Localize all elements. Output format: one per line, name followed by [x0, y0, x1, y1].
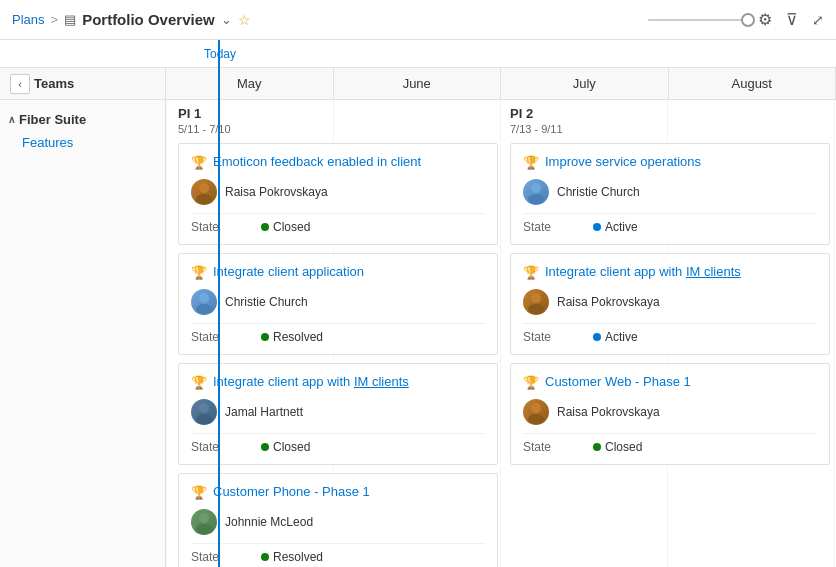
- pi1-card-0: 🏆 Emoticon feedback enabled in client Ra…: [178, 143, 498, 245]
- state-dot: [593, 223, 601, 231]
- state-value: Resolved: [273, 550, 323, 564]
- pi-row: PI 1 5/11 - 7/10 🏆 Emoticon feedback ena…: [166, 100, 836, 567]
- pi1-card-3: 🏆 Customer Phone - Phase 1 Johnnie McLeo…: [178, 473, 498, 567]
- portfolio-title: Portfolio Overview: [82, 11, 215, 28]
- svg-point-0: [199, 183, 209, 193]
- month-june: June: [334, 68, 502, 99]
- card-title[interactable]: Integrate client app with IM clients: [545, 264, 741, 281]
- pi2-card-0: 🏆 Improve service operations Christie Ch…: [510, 143, 830, 245]
- month-august: August: [669, 68, 837, 99]
- svg-point-13: [528, 414, 544, 424]
- collapse-button[interactable]: ‹: [10, 74, 30, 94]
- card-state-row: State Resolved: [191, 323, 485, 344]
- state-label: State: [191, 220, 261, 234]
- state-label: State: [191, 550, 261, 564]
- state-label: State: [523, 440, 593, 454]
- sidebar-group-fibersuite[interactable]: ∧ Fiber Suite: [0, 108, 165, 131]
- state-value: Closed: [605, 440, 642, 454]
- pi1-dates: 5/11 - 7/10: [178, 123, 498, 135]
- expand-icon[interactable]: ⤢: [812, 12, 824, 28]
- plans-link[interactable]: Plans: [12, 12, 45, 27]
- trophy-icon: 🏆: [523, 155, 539, 170]
- month-may: May: [166, 68, 334, 99]
- card-person-row: Raisa Pokrovskaya: [523, 399, 817, 425]
- card-person-row: Raisa Pokrovskaya: [191, 179, 485, 205]
- today-label: Today: [204, 47, 236, 61]
- header-actions: ⚙ ⊽ ⤢: [758, 10, 824, 29]
- svg-point-1: [196, 194, 212, 204]
- person-name: Raisa Pokrovskaya: [557, 405, 660, 419]
- state-value: Active: [605, 220, 638, 234]
- avatar: [191, 179, 217, 205]
- person-name: Johnnie McLeod: [225, 515, 313, 529]
- pi2-dates: 7/13 - 9/11: [510, 123, 830, 135]
- state-dot: [261, 553, 269, 561]
- trophy-icon: 🏆: [191, 265, 207, 280]
- pi2-card-2: 🏆 Customer Web - Phase 1 Raisa Pokrovska…: [510, 363, 830, 465]
- card-person-row: Raisa Pokrovskaya: [523, 289, 817, 315]
- card-state-row: State Active: [523, 213, 817, 234]
- svg-point-9: [528, 194, 544, 204]
- pi2-card-1: 🏆 Integrate client app with IM clients R…: [510, 253, 830, 355]
- portfolio-icon: ▤: [64, 12, 76, 27]
- state-value: Active: [605, 330, 638, 344]
- card-state-row: State Closed: [191, 213, 485, 234]
- favorite-star-icon[interactable]: ☆: [238, 12, 251, 28]
- state-dot: [593, 333, 601, 341]
- sidebar-header: ‹ Teams: [0, 68, 166, 99]
- search-control[interactable]: [648, 19, 748, 21]
- avatar: [523, 179, 549, 205]
- card-title[interactable]: Customer Web - Phase 1: [545, 374, 691, 391]
- card-title[interactable]: Integrate client app with IM clients: [213, 374, 409, 391]
- trophy-icon: 🏆: [523, 265, 539, 280]
- card-title-row: 🏆 Emoticon feedback enabled in client: [191, 154, 485, 171]
- title-chevron-icon[interactable]: ⌄: [221, 12, 232, 27]
- card-title[interactable]: Emoticon feedback enabled in client: [213, 154, 421, 171]
- card-state-row: State Closed: [191, 433, 485, 454]
- card-title-row: 🏆 Integrate client app with IM clients: [191, 374, 485, 391]
- card-person-row: Johnnie McLeod: [191, 509, 485, 535]
- card-state-row: State Resolved: [191, 543, 485, 564]
- state-value: Closed: [273, 220, 310, 234]
- svg-point-2: [199, 293, 209, 303]
- filter-icon[interactable]: ⊽: [786, 10, 798, 29]
- pi1-block: PI 1 5/11 - 7/10 🏆 Emoticon feedback ena…: [166, 100, 506, 567]
- state-label: State: [191, 330, 261, 344]
- pi1-card-2: 🏆 Integrate client app with IM clients J…: [178, 363, 498, 465]
- card-title[interactable]: Customer Phone - Phase 1: [213, 484, 370, 501]
- avatar: [191, 399, 217, 425]
- sidebar: ∧ Fiber Suite Features: [0, 100, 166, 567]
- main-content: ∧ Fiber Suite Features PI 1 5/11 - 7/10 …: [0, 100, 836, 567]
- svg-point-3: [196, 304, 212, 314]
- person-name: Jamal Hartnett: [225, 405, 303, 419]
- group-label: Fiber Suite: [19, 112, 86, 127]
- today-bar: Today: [0, 40, 836, 68]
- state-dot: [593, 443, 601, 451]
- state-dot: [261, 333, 269, 341]
- highlight-text: IM clients: [354, 374, 409, 389]
- trophy-icon: 🏆: [191, 155, 207, 170]
- state-value: Closed: [273, 440, 310, 454]
- today-line: [218, 40, 220, 567]
- card-title[interactable]: Improve service operations: [545, 154, 701, 171]
- highlight-text: IM clients: [686, 264, 741, 279]
- settings-icon[interactable]: ⚙: [758, 10, 772, 29]
- search-slider[interactable]: [648, 19, 748, 21]
- sidebar-item-features[interactable]: Features: [0, 131, 165, 154]
- month-july: July: [501, 68, 669, 99]
- avatar: [191, 289, 217, 315]
- person-name: Christie Church: [557, 185, 640, 199]
- breadcrumb-separator: >: [51, 12, 59, 27]
- timeline-area: PI 1 5/11 - 7/10 🏆 Emoticon feedback ena…: [166, 100, 836, 567]
- card-state-row: State Active: [523, 323, 817, 344]
- app-header: Plans > ▤ Portfolio Overview ⌄ ☆ ⚙ ⊽ ⤢: [0, 0, 836, 40]
- svg-point-8: [531, 183, 541, 193]
- avatar: [523, 289, 549, 315]
- avatar: [191, 509, 217, 535]
- card-person-row: Jamal Hartnett: [191, 399, 485, 425]
- card-title[interactable]: Integrate client application: [213, 264, 364, 281]
- state-label: State: [523, 330, 593, 344]
- svg-point-11: [528, 304, 544, 314]
- card-title-row: 🏆 Integrate client app with IM clients: [523, 264, 817, 281]
- person-name: Raisa Pokrovskaya: [225, 185, 328, 199]
